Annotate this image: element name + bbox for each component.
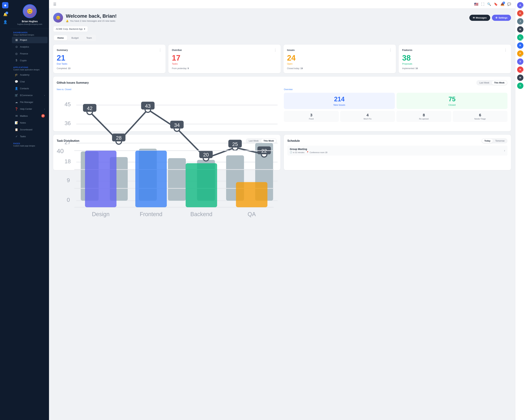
reopened-number: 8	[398, 113, 449, 117]
user-icon-button[interactable]: 👤	[2, 19, 9, 25]
search-icon[interactable]: 🔍	[487, 2, 491, 6]
today-button[interactable]: Today	[482, 139, 493, 143]
hamburger-icon[interactable]: ☰	[53, 2, 56, 6]
inbox-icon[interactable]: 📥 5	[500, 2, 504, 6]
icon-bar: ◆ 🔔 3 👤	[0, 0, 10, 420]
mailbox-icon: ✉	[15, 114, 18, 118]
sidebar-item-finance[interactable]: ◎ Finance	[12, 50, 47, 57]
sidebar-item-ecommerce[interactable]: 🛒 ECommerce ›	[12, 92, 47, 99]
fixed-number: 3	[286, 113, 337, 117]
chart-subtitle: New vs. Closed	[57, 88, 280, 91]
meeting-chevron[interactable]: ›	[504, 149, 505, 152]
page-subtitle: 🔔 You have 2 new messages and 15 new tas…	[66, 19, 117, 22]
github-toggle: Last Week This Week	[476, 80, 507, 85]
wont-fix-label: Won't Fix	[342, 118, 393, 120]
logo-icon[interactable]: ◆	[2, 2, 8, 8]
sidebar-item-helpcenter[interactable]: ❓ Help Center ›	[12, 106, 47, 112]
app-selector-chevron: ▾	[84, 28, 85, 30]
helpcenter-arrow: ›	[44, 108, 45, 110]
sidebar-item-mailbox[interactable]: ✉ Mailbox 27	[12, 112, 47, 119]
sidebar-item-label: Tasks	[20, 135, 26, 138]
stat-card-header: Issues ⋮	[287, 48, 392, 52]
svg-text:Backend: Backend	[190, 211, 212, 217]
messages-button[interactable]: ✉ Messages	[469, 15, 490, 21]
overdue-label: Tasks	[172, 63, 277, 65]
rp-avatar-1[interactable]: K	[517, 10, 524, 17]
stat-card-header: Features ⋮	[402, 48, 507, 52]
sidebar-profile: 😊 Brian Hughes hughes.brian@company.com	[10, 0, 49, 29]
rp-avatar-9[interactable]: M	[517, 75, 524, 81]
sidebar-item-academy[interactable]: 🎓 Academy	[12, 72, 47, 78]
tab-budget[interactable]: Budget	[68, 35, 82, 40]
issues-footer: Closed today: 19	[287, 67, 392, 70]
flag-icon[interactable]: 🇺🇸	[474, 2, 478, 6]
notification-button[interactable]: 🔔 3	[2, 11, 9, 18]
stat-card-summary: Summary ⋮ 21 Due Tasks Completed: 13	[53, 45, 166, 73]
chat-icon[interactable]: 💬	[507, 2, 511, 6]
last-week-button[interactable]: Last Week	[477, 81, 492, 85]
content-area: 😊 Welcome back, Brian! 🔔 You have 2 new …	[49, 9, 515, 420]
tomorrow-button[interactable]: Tomorrow	[493, 139, 507, 143]
rp-avatar-3[interactable]: M	[517, 26, 524, 33]
rp-avatar-4[interactable]: L	[517, 34, 524, 41]
right-panel: A K J M L R P S N M T	[515, 0, 525, 420]
meeting-item: Group Meeting 🕐 in 32 minutes 📍 Conferen…	[287, 146, 507, 156]
issues-menu[interactable]: ⋮	[389, 48, 392, 52]
expand-icon[interactable]: ⛶	[481, 2, 484, 6]
bookmark-icon[interactable]: 🔖	[494, 2, 498, 6]
svg-text:QA: QA	[248, 211, 256, 217]
rp-avatar-10[interactable]: T	[517, 83, 524, 89]
sidebar-item-scrumboard[interactable]: 📋 Scrumboard	[12, 126, 47, 133]
summary-menu[interactable]: ⋮	[159, 48, 162, 52]
sidebar-item-label: Scrumboard	[20, 128, 32, 131]
status-badge-1	[522, 15, 524, 17]
rp-avatar-6[interactable]: P	[517, 50, 524, 57]
sidebar-item-crypto[interactable]: $ Crypto	[12, 57, 47, 64]
sidebar-item-filemanager[interactable]: ☁ File Manager	[12, 99, 47, 105]
meeting-title: Group Meeting	[290, 148, 328, 150]
bell-icon: 🔔	[66, 19, 69, 22]
features-menu[interactable]: ⋮	[504, 48, 507, 52]
this-week-button[interactable]: This Week	[492, 81, 507, 85]
github-content: New vs. Closed 0 9 18 27 36 45	[57, 88, 507, 128]
rp-avatar-7[interactable]: S	[517, 58, 524, 65]
dashboards-label: DASHBOARDS	[13, 32, 46, 34]
rp-avatar-0[interactable]: A	[517, 2, 524, 8]
schedule-section: Schedule Today Tomorrow Group Meeting 🕐 …	[284, 135, 511, 170]
sidebar-item-project[interactable]: ⊞ Project	[12, 37, 47, 43]
sidebar-item-label: Project	[20, 39, 27, 41]
svg-text:Frontend: Frontend	[140, 211, 162, 217]
sidebar-item-label: Mailbox	[20, 115, 28, 117]
triage-card: 6 Needs Triage	[453, 111, 508, 122]
subtitle-text: You have 2 new messages and 15 new tasks	[70, 19, 115, 22]
closed-issues-card: 75 Closed	[396, 93, 507, 109]
stat-card-overdue: Overdue ⋮ 17 Tasks From yesterday: 9	[168, 45, 281, 73]
overdue-menu[interactable]: ⋮	[274, 48, 277, 52]
tab-team[interactable]: Team	[83, 35, 95, 40]
rp-avatar-2[interactable]: J	[517, 18, 524, 25]
sidebar-item-label: Notes	[20, 121, 26, 124]
sidebar-item-tasks[interactable]: ✓ Tasks	[12, 133, 47, 140]
tasks-icon: ✓	[15, 135, 18, 138]
page-header-actions: ✉ Messages ⚙ Settings	[469, 15, 511, 21]
rp-avatar-5[interactable]: R	[517, 42, 524, 49]
status-badge-8	[522, 71, 524, 73]
features-title: Features	[402, 49, 412, 51]
settings-icon: ⚙	[496, 17, 497, 19]
sidebar-item-contacts[interactable]: 👤 Contacts	[12, 85, 47, 92]
topbar: ☰ 🇺🇸 ⛶ 🔍 🔖 📥 5 💬	[49, 0, 515, 9]
meeting-location-text: Conference room 1B	[309, 151, 328, 153]
tab-home[interactable]: Home	[54, 35, 67, 40]
sidebar-avatar: 😊	[23, 4, 37, 18]
sidebar-item-chat[interactable]: 💬 Chat	[12, 78, 47, 85]
helpcenter-icon: ❓	[15, 107, 18, 111]
stats-grid: Summary ⋮ 21 Due Tasks Completed: 13 Ove…	[53, 45, 511, 73]
svg-rect-54	[186, 163, 217, 207]
sidebar-item-analytics[interactable]: ⊙ Analytics	[12, 44, 47, 50]
sidebar-item-notes[interactable]: 📝 Notes	[12, 120, 47, 126]
stat-card-issues: Issues ⋮ 24 Open Closed today: 19	[283, 45, 396, 73]
svg-text:34: 34	[174, 122, 180, 128]
app-selector[interactable]: ACME Corp. Backend App ▾	[53, 26, 88, 32]
rp-avatar-8[interactable]: N	[517, 66, 524, 73]
settings-button[interactable]: ⚙ Settings	[492, 15, 511, 21]
